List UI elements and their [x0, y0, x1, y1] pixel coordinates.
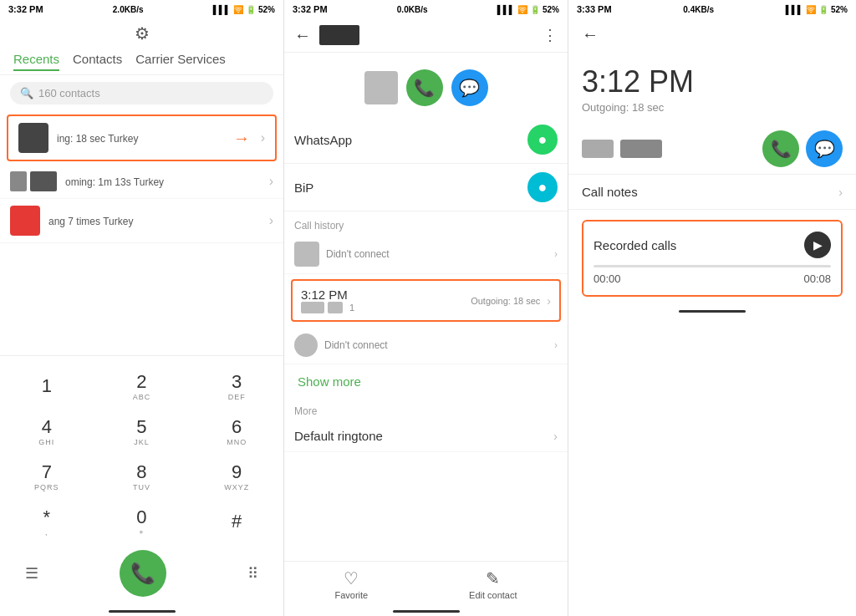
battery-pct-3: 52%: [831, 5, 848, 14]
call-avatar-1: [18, 123, 48, 153]
call-button[interactable]: 📞: [120, 550, 166, 597]
app-options: WhatsApp ● BiP ●: [284, 116, 568, 211]
tab-carrier-services[interactable]: Carrier Services: [135, 52, 226, 71]
battery-pct-2: 52%: [543, 5, 559, 14]
key-1[interactable]: 1: [0, 364, 94, 408]
favorite-label: Favorite: [334, 590, 368, 600]
bip-option[interactable]: BiP ●: [284, 164, 568, 211]
phone-tabs: Recents Contacts Carrier Services: [0, 45, 283, 75]
call-entry-meta: Outgoing: 18 sec: [471, 296, 540, 306]
edit-icon: ✎: [486, 568, 500, 588]
key-7[interactable]: 7PQRS: [0, 455, 94, 498]
detail-avatar-2: [620, 140, 662, 158]
call-entry-chevron: ›: [547, 294, 551, 308]
key-2[interactable]: 2ABC: [95, 364, 189, 408]
call-entry-highlighted[interactable]: 3:12 PM 1 Outgoing: 18 sec ›: [291, 279, 561, 322]
favorite-btn[interactable]: ♡ Favorite: [334, 568, 368, 600]
grid-icon[interactable]: ⠿: [247, 564, 258, 583]
status-network-1: 2.0KB/s: [113, 5, 144, 14]
message-action-btn[interactable]: 💬: [451, 69, 488, 106]
key-5[interactable]: 5JKL: [95, 410, 189, 453]
signal-icon: ▌▌▌: [213, 5, 231, 14]
panel3-header: ←: [568, 18, 856, 51]
audio-start-time: 00:00: [594, 272, 621, 285]
call-meta-2: oming: 1m 13s Turkey: [65, 176, 164, 188]
panel2-header: ← ⋮: [284, 18, 568, 53]
recorded-calls-header: Recorded calls ▶: [594, 232, 831, 258]
back-btn-3[interactable]: ←: [582, 25, 599, 43]
avatar-block-2a: [10, 171, 27, 191]
battery-pct-1: 52%: [258, 5, 275, 14]
status-time-3: 3:33 PM: [577, 4, 612, 14]
call-meta-3: ang 7 times Turkey: [48, 216, 133, 227]
call-item-3[interactable]: ang 7 times Turkey ›: [0, 199, 283, 243]
call-count: 1: [349, 303, 354, 313]
key-4[interactable]: 4GHI: [0, 410, 94, 453]
ringtone-chevron: ›: [553, 429, 558, 443]
didnt-connect-2: Didn't connect: [324, 339, 388, 351]
search-bar[interactable]: 🔍 160 contacts: [10, 82, 273, 104]
settings-icon[interactable]: ⚙: [135, 23, 150, 43]
call-avatar-3: [10, 206, 40, 236]
call-detail-btn-2[interactable]: ›: [269, 174, 273, 189]
key-star[interactable]: *,: [0, 500, 94, 543]
call-history-row-2[interactable]: Didn't connect ›: [284, 327, 568, 364]
key-3[interactable]: 3DEF: [190, 364, 283, 408]
back-btn-2[interactable]: ←: [294, 26, 311, 45]
call-detail-btn-3[interactable]: ›: [269, 213, 273, 228]
signal-icon-2: ▌▌▌: [497, 5, 515, 14]
status-bar-3: 3:33 PM 0.4KB/s ▌▌▌ 🛜 🔋 52%: [568, 0, 856, 18]
show-more-btn[interactable]: Show more: [284, 364, 568, 399]
key-0[interactable]: 0+: [95, 500, 189, 543]
key-9[interactable]: 9WXYZ: [190, 455, 283, 498]
more-btn-2[interactable]: ⋮: [543, 26, 558, 44]
call-history-row-1[interactable]: Didn't connect ›: [284, 235, 568, 274]
default-ringtone-row[interactable]: Default ringtone ›: [284, 420, 568, 452]
wifi-icon: 🛜: [233, 5, 243, 14]
call-list: ing: 18 sec Turkey → › oming: 1m 13s Tur…: [0, 111, 283, 355]
audio-end-time: 00:08: [803, 272, 831, 285]
signal-icon-3: ▌▌▌: [786, 5, 803, 14]
edit-contact-btn[interactable]: ✎ Edit contact: [469, 568, 517, 600]
key-8[interactable]: 8TUV: [95, 455, 189, 498]
menu-icon[interactable]: ☰: [25, 564, 38, 583]
call-action-btn[interactable]: 📞: [406, 69, 443, 106]
call-detail-btn-1[interactable]: ›: [261, 130, 265, 145]
audio-progress-bar[interactable]: [594, 265, 831, 267]
contact-panel: 3:32 PM 0.0KB/s ▌▌▌ 🛜 🔋 52% ← ⋮ 📞 💬 What…: [284, 0, 568, 616]
history-chevron-1: ›: [554, 248, 558, 260]
call-info-2: oming: 1m 13s Turkey: [65, 174, 261, 189]
status-icons-1: ▌▌▌ 🛜 🔋 52%: [213, 5, 275, 14]
home-indicator-1: [109, 610, 176, 613]
battery-icon-2: 🔋: [530, 5, 540, 14]
call-entry-time: 3:12 PM: [301, 288, 354, 302]
arrow-indicator: →: [233, 129, 250, 148]
call-detail-time: 3:12 PM: [568, 51, 856, 101]
detail-msg-btn[interactable]: 💬: [806, 130, 843, 167]
play-button[interactable]: ▶: [804, 232, 831, 258]
num-block-2: [328, 302, 343, 313]
audio-times: 00:00 00:08: [594, 272, 831, 285]
detail-actions: 📞 💬: [762, 130, 843, 167]
call-info-1: ing: 18 sec Turkey: [57, 130, 252, 145]
panel2-footer: ♡ Favorite ✎ Edit contact: [284, 561, 568, 607]
avatar-block-2b: [30, 171, 57, 191]
detail-call-btn[interactable]: 📞: [762, 130, 799, 167]
tab-contacts[interactable]: Contacts: [73, 52, 122, 71]
key-6[interactable]: 6MNO: [190, 410, 283, 453]
home-indicator-2: [393, 610, 460, 613]
call-item-1[interactable]: ing: 18 sec Turkey → ›: [7, 115, 277, 161]
num-block-1: [301, 302, 324, 313]
call-detail-panel: 3:33 PM 0.4KB/s ▌▌▌ 🛜 🔋 52% ← 3:12 PM Ou…: [568, 0, 856, 616]
status-bar-2: 3:32 PM 0.0KB/s ▌▌▌ 🛜 🔋 52%: [284, 0, 568, 18]
key-hash[interactable]: #: [190, 500, 283, 543]
dialpad-grid: 1 2ABC 3DEF 4GHI 5JKL 6MNO 7PQRS 8TUV 9W…: [0, 364, 283, 543]
call-item-2[interactable]: oming: 1m 13s Turkey ›: [0, 165, 283, 199]
contact-avatar: [364, 71, 398, 104]
call-notes-row[interactable]: Call notes ›: [568, 175, 856, 210]
tab-recents[interactable]: Recents: [13, 52, 59, 71]
whatsapp-option[interactable]: WhatsApp ●: [284, 116, 568, 164]
phone-panel: 3:32 PM 2.0KB/s ▌▌▌ 🛜 🔋 52% ⚙ Recents Co…: [0, 0, 284, 616]
status-time-2: 3:32 PM: [293, 4, 328, 14]
status-bar-1: 3:32 PM 2.0KB/s ▌▌▌ 🛜 🔋 52%: [0, 0, 283, 18]
